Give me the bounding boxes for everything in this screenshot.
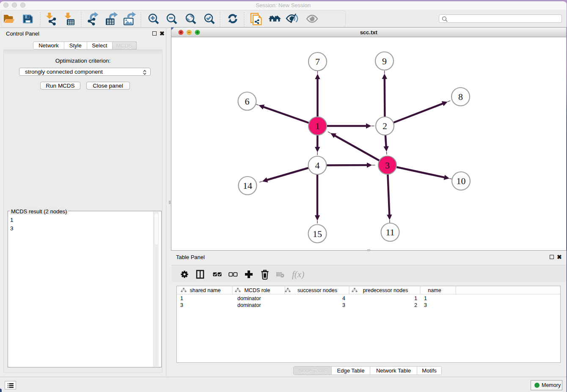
svg-text:name: name (428, 287, 441, 293)
svg-text:dominator: dominator (237, 295, 261, 301)
svg-text:7: 7 (315, 56, 320, 67)
svg-text:14: 14 (243, 180, 252, 191)
svg-text:MCDS role: MCDS role (244, 287, 270, 293)
svg-text:shared name: shared name (190, 287, 221, 293)
svg-text:2: 2 (414, 302, 417, 308)
svg-text:11: 11 (385, 227, 394, 237)
svg-text:15: 15 (313, 229, 322, 239)
svg-text:1: 1 (180, 295, 183, 301)
svg-text:3: 3 (424, 302, 427, 308)
svg-text:9: 9 (382, 56, 387, 66)
svg-text:4: 4 (315, 160, 320, 171)
svg-text:3: 3 (342, 302, 345, 308)
svg-text:dominator: dominator (237, 302, 261, 308)
svg-text:1: 1 (424, 295, 427, 301)
svg-text:6: 6 (245, 96, 250, 107)
svg-text:2: 2 (383, 121, 387, 131)
svg-text:f(x): f(x) (292, 269, 304, 279)
svg-text:3: 3 (385, 160, 390, 171)
svg-text:8: 8 (458, 91, 463, 102)
svg-text:predecessor nodes: predecessor nodes (363, 287, 408, 293)
svg-text:1: 1 (414, 295, 417, 301)
svg-text:1: 1 (315, 121, 320, 131)
svg-text:4: 4 (342, 295, 345, 301)
svg-text:successor nodes: successor nodes (297, 287, 337, 293)
svg-text:10: 10 (457, 176, 466, 186)
svg-text:3: 3 (180, 302, 183, 308)
